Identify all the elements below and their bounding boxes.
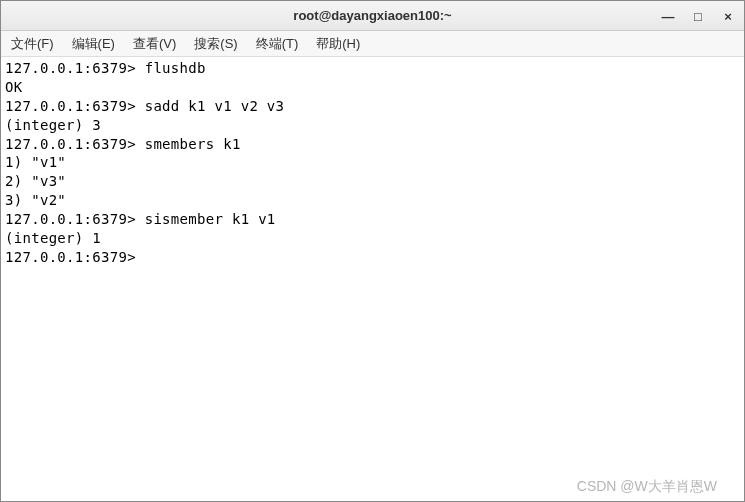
menu-view[interactable]: 查看(V) bbox=[129, 33, 180, 55]
terminal-window: root@dayangxiaoen100:~ — □ × 文件(F) 编辑(E)… bbox=[0, 0, 745, 502]
menu-search[interactable]: 搜索(S) bbox=[190, 33, 241, 55]
terminal-line: 2) "v3" bbox=[5, 173, 66, 189]
terminal-line: 127.0.0.1:6379> bbox=[5, 249, 145, 265]
titlebar: root@dayangxiaoen100:~ — □ × bbox=[1, 1, 744, 31]
menu-help[interactable]: 帮助(H) bbox=[312, 33, 364, 55]
window-title: root@dayangxiaoen100:~ bbox=[293, 8, 451, 23]
menu-file[interactable]: 文件(F) bbox=[7, 33, 58, 55]
window-controls: — □ × bbox=[660, 1, 736, 31]
terminal-line: (integer) 3 bbox=[5, 117, 101, 133]
menubar: 文件(F) 编辑(E) 查看(V) 搜索(S) 终端(T) 帮助(H) bbox=[1, 31, 744, 57]
terminal-line: (integer) 1 bbox=[5, 230, 101, 246]
terminal-line: 1) "v1" bbox=[5, 154, 66, 170]
terminal-line: 127.0.0.1:6379> sadd k1 v1 v2 v3 bbox=[5, 98, 284, 114]
minimize-button[interactable]: — bbox=[660, 9, 676, 24]
close-button[interactable]: × bbox=[720, 9, 736, 24]
menu-terminal[interactable]: 终端(T) bbox=[252, 33, 303, 55]
terminal-line: 3) "v2" bbox=[5, 192, 66, 208]
menu-edit[interactable]: 编辑(E) bbox=[68, 33, 119, 55]
terminal-line: 127.0.0.1:6379> smembers k1 bbox=[5, 136, 241, 152]
maximize-button[interactable]: □ bbox=[690, 9, 706, 24]
terminal-line: 127.0.0.1:6379> flushdb bbox=[5, 60, 206, 76]
terminal-area[interactable]: 127.0.0.1:6379> flushdb OK 127.0.0.1:637… bbox=[1, 57, 744, 501]
terminal-line: OK bbox=[5, 79, 22, 95]
terminal-line: 127.0.0.1:6379> sismember k1 v1 bbox=[5, 211, 276, 227]
